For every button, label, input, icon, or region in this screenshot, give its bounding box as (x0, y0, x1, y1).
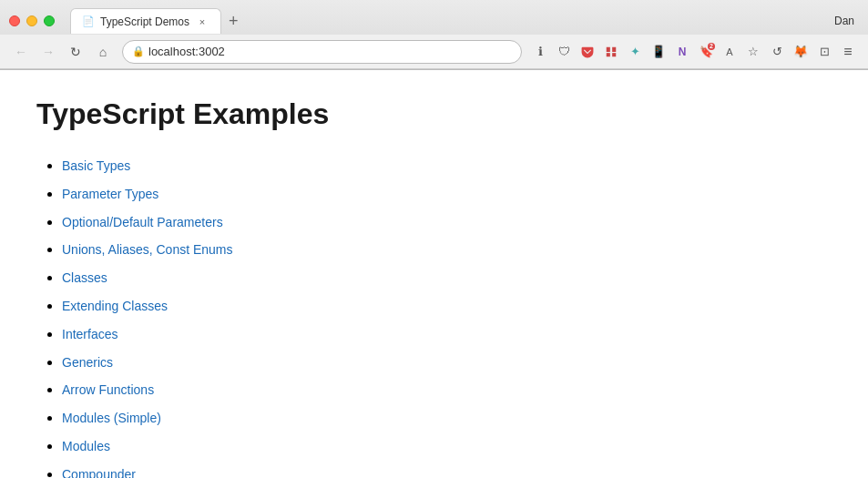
mobile-icon-button[interactable]: 📱 (648, 41, 669, 63)
extension1-icon-button[interactable]: ✦ (624, 41, 646, 63)
address-input[interactable] (148, 45, 512, 58)
firefox-icon-button[interactable]: 🦊 (790, 41, 812, 63)
address-bar[interactable]: 🔒 (122, 40, 522, 64)
back-button[interactable]: ← (9, 40, 33, 64)
tab-close-button[interactable]: × (195, 15, 209, 29)
link-generics[interactable]: Generics (62, 355, 113, 370)
browser-window: 📄 TypeScript Demos × + Dan ← → ↻ ⌂ 🔒 ℹ 🛡 (0, 0, 868, 478)
onenote-icon-button[interactable]: N (671, 41, 693, 63)
tabs-area: 📄 TypeScript Demos × + (70, 8, 834, 34)
reader-icon-button[interactable] (600, 41, 622, 63)
badge-icon-button[interactable]: 🔖2 (695, 41, 717, 63)
tab-favicon-icon: 📄 (82, 15, 95, 28)
info-icon-button[interactable]: ℹ (529, 41, 551, 63)
star-icon-button[interactable]: ☆ (742, 41, 764, 63)
link-interfaces[interactable]: Interfaces (62, 327, 117, 341)
list-item: Classes (62, 265, 832, 291)
list-item: Extending Classes (62, 293, 832, 320)
menu-icon-button[interactable]: ≡ (837, 41, 859, 63)
list-item: Optional/Default Parameters (62, 209, 832, 236)
link-classes[interactable]: Classes (62, 270, 107, 285)
user-label: Dan (834, 15, 859, 27)
list-item: Interfaces (62, 321, 832, 348)
refresh2-icon-button[interactable]: ↺ (766, 41, 788, 63)
svg-rect-3 (612, 53, 616, 56)
pocket-icon-button[interactable] (577, 41, 598, 63)
page-title: TypeScript Examples (36, 97, 832, 131)
link-modules-simple[interactable]: Modules (Simple) (62, 411, 161, 425)
close-button[interactable] (9, 15, 20, 26)
reader2-icon-button[interactable]: A (719, 41, 740, 63)
refresh-button[interactable]: ↻ (64, 40, 87, 64)
link-extending-classes[interactable]: Extending Classes (62, 299, 168, 313)
link-arrow-functions[interactable]: Arrow Functions (62, 382, 154, 397)
svg-rect-0 (607, 46, 610, 51)
window-icon-button[interactable]: ⊡ (813, 41, 835, 63)
list-item: Basic Types (62, 153, 832, 179)
minimize-button[interactable] (26, 15, 37, 26)
list-item: Unions, Aliases, Const Enums (62, 237, 832, 263)
link-modules[interactable]: Modules (62, 439, 110, 453)
list-item: Modules (Simple) (62, 405, 832, 432)
link-optionaldefault-parameters[interactable]: Optional/Default Parameters (62, 215, 223, 229)
link-parameter-types[interactable]: Parameter Types (62, 187, 158, 201)
page-content: TypeScript Examples Basic TypesParameter… (0, 70, 868, 478)
list-item: Modules (62, 433, 832, 460)
lock-icon: 🔒 (132, 46, 145, 57)
window-controls (9, 15, 55, 26)
examples-list: Basic TypesParameter TypesOptional/Defau… (36, 153, 832, 478)
tab-title: TypeScript Demos (100, 15, 189, 28)
link-basic-types[interactable]: Basic Types (62, 158, 130, 173)
toolbar-icons: ℹ 🛡 ✦ 📱 N 🔖2 A ☆ ↺ 🦊 ⊡ ≡ (529, 41, 859, 63)
home-button[interactable]: ⌂ (91, 40, 115, 64)
svg-rect-1 (612, 46, 616, 51)
title-bar: 📄 TypeScript Demos × + Dan (0, 0, 868, 35)
forward-button[interactable]: → (36, 40, 60, 64)
link-compounder[interactable]: Compounder (62, 467, 136, 478)
list-item: Generics (62, 350, 832, 376)
navigation-toolbar: ← → ↻ ⌂ 🔒 ℹ 🛡 ✦ 📱 N 🔖 (0, 35, 868, 69)
list-item: Parameter Types (62, 181, 832, 208)
list-item: Compounder (62, 462, 832, 478)
link-unions-aliases-const-enums[interactable]: Unions, Aliases, Const Enums (62, 242, 233, 257)
shield-icon-button[interactable]: 🛡 (553, 41, 575, 63)
active-tab[interactable]: 📄 TypeScript Demos × (70, 8, 221, 34)
list-item: Arrow Functions (62, 377, 832, 403)
svg-rect-2 (607, 53, 610, 56)
maximize-button[interactable] (44, 15, 55, 26)
new-tab-button[interactable]: + (221, 8, 246, 34)
